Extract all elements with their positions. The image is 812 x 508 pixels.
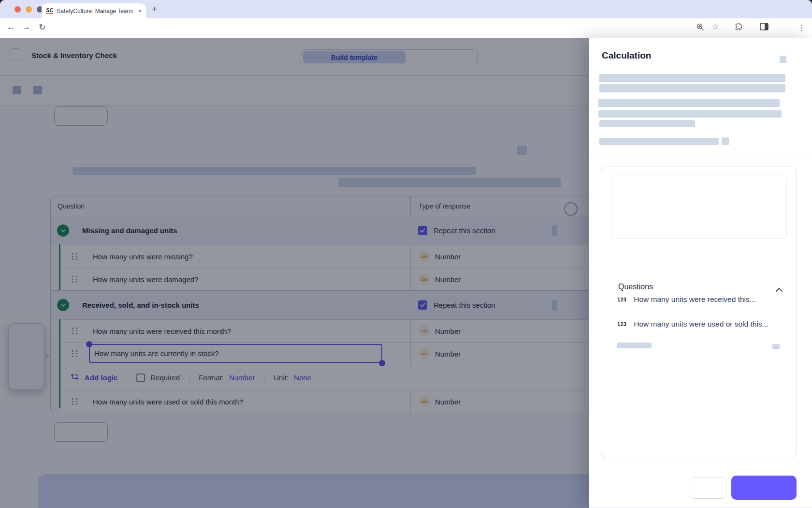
formula-input[interactable]: [611, 176, 787, 239]
calculation-panel: Calculation Questions 123 How many units…: [589, 38, 812, 508]
tab-title: SafetyCulture: Manage Teams and...: [57, 8, 133, 15]
question-option-text: How many units were received this...: [634, 295, 755, 304]
questions-heading: Questions: [618, 283, 653, 291]
new-tab-button[interactable]: +: [152, 4, 157, 15]
calculation-question-item[interactable]: 123 How many units were used or sold thi…: [617, 320, 768, 329]
tab-strip: SC SafetyCulture: Manage Teams and... × …: [0, 0, 812, 18]
browser-tab[interactable]: SC SafetyCulture: Manage Teams and... ×: [42, 3, 146, 18]
panel-skeleton-square: [722, 137, 729, 145]
reload-icon[interactable]: ↻: [39, 22, 45, 32]
cancel-button-skeleton[interactable]: [690, 478, 726, 499]
close-window-button[interactable]: [14, 6, 21, 13]
panel-skeleton-bar: [598, 110, 782, 118]
save-button-skeleton[interactable]: [731, 476, 797, 500]
collapse-questions-icon[interactable]: [775, 285, 783, 294]
close-panel-skeleton[interactable]: [780, 56, 786, 63]
panel-skeleton-bar: [599, 84, 785, 92]
extensions-icon[interactable]: [734, 23, 743, 33]
card-skeleton-bar: [617, 343, 652, 348]
calculation-question-item[interactable]: 123 How many units were received this...: [617, 295, 756, 304]
calculation-card: Questions 123 How many units were receiv…: [601, 166, 797, 458]
window-controls: [14, 6, 43, 13]
app-page: Stock & Inventory Check Build template Q…: [0, 38, 812, 508]
zoom-page-icon[interactable]: [696, 23, 705, 33]
number-type-icon: 123: [617, 321, 626, 327]
bookmark-star-icon[interactable]: ☆: [711, 21, 719, 32]
panel-divider: [589, 154, 812, 154]
panel-title: Calculation: [602, 50, 651, 61]
close-tab-icon[interactable]: ×: [138, 8, 142, 14]
number-type-icon: 123: [617, 297, 626, 302]
browser-window: SC SafetyCulture: Manage Teams and... × …: [0, 0, 812, 508]
safetyculture-favicon: SC: [46, 8, 53, 14]
panel-skeleton-bar: [599, 120, 695, 127]
panel-skeleton-bar: [598, 99, 780, 107]
question-option-text: How many units were used or sold this...: [634, 320, 768, 329]
panel-skeleton-bar: [599, 74, 785, 82]
back-icon[interactable]: ←: [7, 22, 15, 32]
browser-toolbar: ← → ↻ https://app.safetyculture.com/temp…: [0, 18, 812, 38]
panel-skeleton-bar: [599, 138, 719, 145]
forward-icon[interactable]: →: [22, 22, 30, 32]
minimize-window-button[interactable]: [26, 6, 32, 13]
card-skeleton-square: [772, 344, 780, 349]
side-panel-icon[interactable]: [760, 23, 768, 32]
browser-menu-icon[interactable]: ⋮: [798, 23, 806, 33]
